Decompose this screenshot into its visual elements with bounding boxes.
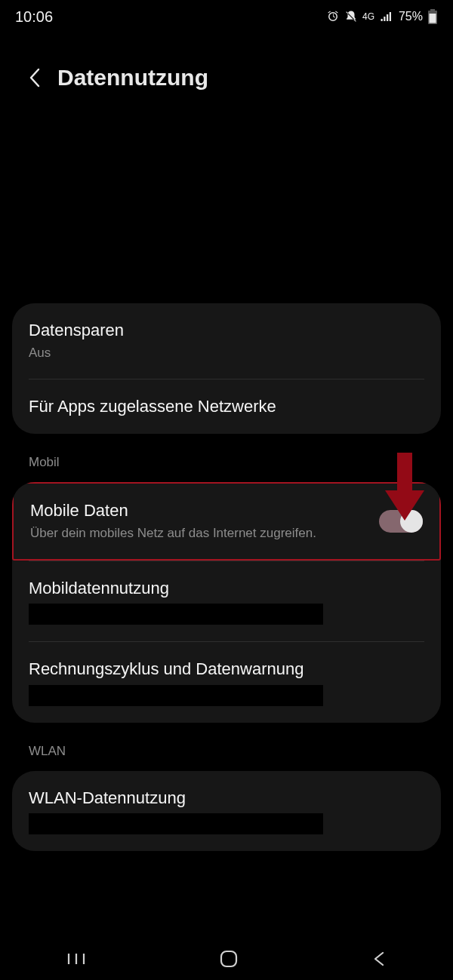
status-icons: 4G 75% <box>326 9 438 24</box>
card-wlan: WLAN-Datennutzung <box>12 771 441 852</box>
row-mobile-daten[interactable]: Mobile Daten Über dein mobiles Netz auf … <box>12 482 441 561</box>
page-header: Datennutzung <box>0 65 453 91</box>
home-icon[interactable] <box>219 949 239 969</box>
battery-pct: 75% <box>399 10 423 23</box>
battery-icon <box>427 9 438 24</box>
section-wlan: WLAN <box>12 729 441 771</box>
section-mobil: Mobil <box>12 440 441 482</box>
back-icon[interactable] <box>27 66 44 89</box>
annotation-arrow-icon <box>382 453 427 521</box>
nav-back-icon[interactable] <box>371 950 387 968</box>
mobile-daten-sub: Über dein mobiles Netz auf das Internet … <box>30 525 316 542</box>
card-mobil: Mobile Daten Über dein mobiles Netz auf … <box>12 482 441 723</box>
alarm-icon <box>326 10 340 23</box>
row-mobildatennutzung[interactable]: Mobildatennutzung <box>12 561 441 642</box>
datensparen-value: Aus <box>29 345 353 362</box>
settings-list: Datensparen Aus Für Apps zugelassene Net… <box>12 303 441 857</box>
status-bar: 10:06 4G 75% <box>0 0 453 33</box>
row-wlan-datennutzung[interactable]: WLAN-Datennutzung <box>12 771 441 852</box>
rechnung-title: Rechnungszyklus und Datenwarnung <box>29 659 424 680</box>
mobildatennutzung-title: Mobildatennutzung <box>29 578 424 600</box>
signal-icon <box>379 10 394 23</box>
mute-icon <box>344 10 358 23</box>
card-general: Datensparen Aus Für Apps zugelassene Net… <box>12 303 441 434</box>
redacted-block <box>29 604 323 625</box>
redacted-block <box>29 685 323 706</box>
wlan-title: WLAN-Datennutzung <box>29 788 424 809</box>
page-title: Datennutzung <box>57 65 208 91</box>
network-label: 4G <box>362 12 374 21</box>
mobile-daten-title: Mobile Daten <box>30 500 316 522</box>
android-navbar <box>0 938 453 980</box>
redacted-block <box>29 813 323 834</box>
svg-rect-0 <box>430 14 436 23</box>
allowed-networks-title: Für Apps zugelassene Netzwerke <box>29 396 424 418</box>
status-time: 10:06 <box>15 8 53 26</box>
datensparen-title: Datensparen <box>29 320 424 342</box>
row-datensparen[interactable]: Datensparen Aus <box>12 303 441 379</box>
recents-icon[interactable] <box>66 951 87 967</box>
svg-rect-4 <box>221 951 236 966</box>
row-rechnungszyklus[interactable]: Rechnungszyklus und Datenwarnung <box>12 642 441 723</box>
row-allowed-networks[interactable]: Für Apps zugelassene Netzwerke <box>12 379 441 435</box>
